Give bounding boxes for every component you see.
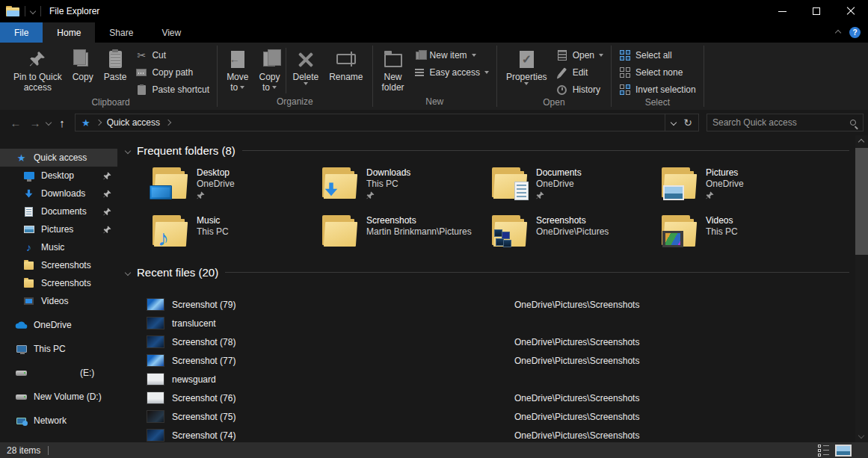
folder-tile-documents[interactable]: Documents OneDrive <box>491 166 661 207</box>
videos-overlay-icon <box>662 231 683 247</box>
folder-tile-pictures[interactable]: Pictures OneDrive <box>661 166 831 207</box>
dropdown-caret-icon <box>484 71 489 74</box>
sidebar-item-documents[interactable]: Documents <box>0 202 117 220</box>
sidebar-item-screenshots-1[interactable]: Screenshots <box>0 256 117 274</box>
edit-button[interactable]: Edit <box>553 65 606 80</box>
copy-button[interactable]: Copy <box>68 45 98 97</box>
back-button[interactable]: ← <box>7 117 24 129</box>
search-box[interactable] <box>707 114 864 131</box>
titlebar: File Explorer <box>0 0 868 22</box>
item-count: 28 items <box>7 445 40 456</box>
copy-path-button[interactable]: Copy path <box>132 65 212 80</box>
refresh-icon[interactable]: ↻ <box>683 117 692 129</box>
collapse-section-icon[interactable] <box>125 147 131 153</box>
tab-file[interactable]: File <box>0 22 43 43</box>
tile-location: OneDrive <box>706 179 744 190</box>
recent-locations-chevron-icon[interactable] <box>46 120 52 126</box>
sidebar-item-pictures[interactable]: Pictures <box>0 220 117 238</box>
sidebar-item-desktop[interactable]: Desktop <box>0 167 117 185</box>
rename-button[interactable]: Rename <box>324 45 367 96</box>
vertical-scrollbar[interactable] <box>855 135 868 442</box>
folder-tile-downloads[interactable]: Downloads This PC <box>321 166 491 207</box>
sidebar-item-label: Pictures <box>41 224 73 235</box>
large-icons-view-icon[interactable] <box>835 445 852 457</box>
history-button[interactable]: History <box>553 82 606 97</box>
address-dropdown-icon[interactable] <box>671 120 677 126</box>
ribbon-divider <box>704 46 704 107</box>
sidebar-item-onedrive[interactable]: OneDrive <box>0 313 117 337</box>
tile-location: This PC <box>706 226 738 238</box>
sidebar-item-downloads[interactable]: Downloads <box>0 185 117 202</box>
forward-button[interactable]: → <box>27 117 43 129</box>
tile-name: Screenshots <box>536 215 609 226</box>
minimize-ribbon-icon[interactable] <box>835 29 841 35</box>
sidebar-item-network[interactable]: Network <box>0 409 117 433</box>
copy-to-button[interactable]: Copy to <box>254 45 284 96</box>
new-item-button[interactable]: New item <box>410 48 492 63</box>
scroll-down-icon[interactable] <box>858 433 864 439</box>
minimize-button[interactable] <box>765 0 799 22</box>
desktop-icon <box>22 172 35 179</box>
file-row[interactable]: newsguard <box>117 370 855 389</box>
file-row[interactable]: Screenshot (78) OneDrive\Pictures\Screen… <box>117 332 855 351</box>
onedrive-icon <box>15 321 28 329</box>
breadcrumb-chevron-icon[interactable] <box>165 120 171 126</box>
tile-name: Documents <box>536 167 582 179</box>
folder-tile-screenshots-2[interactable]: Screenshots OneDrive\Pictures <box>491 214 661 255</box>
maximize-button[interactable] <box>799 0 834 22</box>
paste-button[interactable]: Paste <box>99 45 132 97</box>
properties-button[interactable]: Properties <box>502 45 552 97</box>
pin-to-quick-access-button[interactable]: Pin to Quick access <box>9 45 67 97</box>
quick-access-toolbar-chevron-icon[interactable] <box>30 8 36 14</box>
properties-icon <box>520 46 534 72</box>
select-none-button[interactable]: Select none <box>616 65 699 80</box>
search-icon[interactable] <box>850 120 856 126</box>
close-button[interactable] <box>834 0 868 22</box>
scroll-up-icon[interactable] <box>858 139 864 145</box>
file-row[interactable]: Screenshot (79) OneDrive\Pictures\Screen… <box>117 295 855 314</box>
breadcrumb-quick-access[interactable]: Quick access <box>107 117 160 128</box>
address-bar[interactable]: ★ Quick access ↻ <box>75 114 699 131</box>
folder-tile-screenshots-1[interactable]: Screenshots Martin Brinkmann\Pictures <box>321 214 491 255</box>
tab-share[interactable]: Share <box>95 22 147 43</box>
sidebar-item-new-volume-d[interactable]: New Volume (D:) <box>0 385 117 409</box>
sidebar-item-quick-access[interactable]: ★ Quick access <box>0 149 117 167</box>
ribbon-home: Pin to Quick access Copy Paste ✂ Cut <box>0 43 868 110</box>
file-row[interactable]: Screenshot (76) OneDrive\Pictures\Screen… <box>117 389 855 407</box>
breadcrumb-chevron-icon[interactable] <box>95 120 101 126</box>
file-row[interactable]: translucent <box>117 314 855 332</box>
sidebar-item-screenshots-2[interactable]: Screenshots <box>0 274 117 292</box>
sidebar-item-label: (E:) <box>80 368 94 378</box>
delete-button[interactable]: Delete <box>288 45 323 96</box>
easy-access-button[interactable]: Easy access <box>410 65 492 80</box>
search-input[interactable] <box>712 117 850 128</box>
sidebar-item-music[interactable]: ♪ Music <box>0 238 117 256</box>
scrollbar-thumb[interactable] <box>855 148 868 255</box>
file-name: translucent <box>172 318 216 329</box>
file-row[interactable]: Screenshot (74) OneDrive\Pictures\Screen… <box>117 426 855 442</box>
folder-tile-videos[interactable]: Videos This PC <box>661 214 831 255</box>
invert-selection-button[interactable]: Invert selection <box>616 82 699 97</box>
sidebar-item-drive-e[interactable]: (E:) <box>0 361 117 385</box>
navigation-pane: ★ Quick access Desktop Downloads Documen… <box>0 135 117 442</box>
file-row[interactable]: Screenshot (77) OneDrive\Pictures\Screen… <box>117 351 855 370</box>
select-all-button[interactable]: Select all <box>616 48 699 63</box>
paste-shortcut-button[interactable]: Paste shortcut <box>132 82 212 97</box>
folder-tile-music[interactable]: ♪ Music This PC <box>152 214 321 255</box>
up-button[interactable]: ↑ <box>54 117 70 129</box>
sidebar-item-this-pc[interactable]: This PC <box>0 337 117 361</box>
quick-access-star-icon: ★ <box>15 152 28 164</box>
folder-tile-desktop[interactable]: Desktop OneDrive <box>152 166 321 207</box>
details-view-icon[interactable] <box>818 445 829 457</box>
file-row[interactable]: Screenshot (75) OneDrive\Pictures\Screen… <box>117 407 855 426</box>
collapse-section-icon[interactable] <box>125 269 131 275</box>
tab-view[interactable]: View <box>147 22 195 43</box>
move-to-button[interactable]: ← Move to <box>222 45 253 96</box>
sidebar-item-videos[interactable]: Videos <box>0 292 117 310</box>
new-folder-button[interactable]: New folder <box>378 45 409 96</box>
tab-home[interactable]: Home <box>43 22 95 43</box>
open-button[interactable]: Open <box>553 48 606 63</box>
cut-button[interactable]: ✂ Cut <box>132 48 212 63</box>
sidebar-item-label: Screenshots <box>41 278 91 288</box>
help-icon[interactable]: ? <box>849 27 861 38</box>
